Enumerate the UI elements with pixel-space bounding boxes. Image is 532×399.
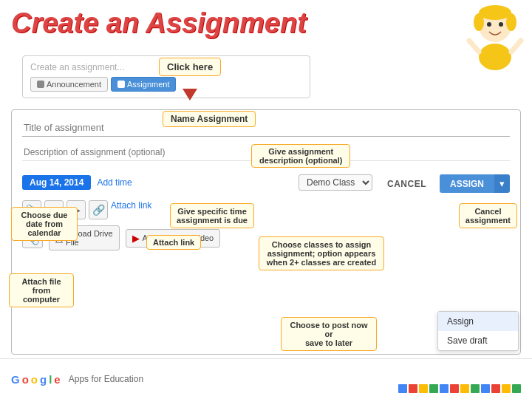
svg-line-8: [511, 41, 521, 52]
assign-button-group: ASSIGN ▾: [440, 174, 510, 193]
callout-due-date: Choose due date from calendar: [11, 207, 78, 241]
assign-dropdown-arrow[interactable]: ▾: [494, 174, 510, 193]
callout-description: Give assignment description (optional): [251, 144, 350, 168]
callout-name-assignment: Name Assignment: [163, 111, 256, 127]
announcement-icon: [37, 81, 44, 88]
assign-dropdown-item-save-draft[interactable]: Save draft: [438, 331, 518, 350]
svg-point-4: [506, 13, 516, 31]
svg-point-5: [487, 22, 491, 27]
svg-point-0: [479, 44, 511, 70]
assign-dropdown-item-assign[interactable]: Assign: [438, 312, 518, 331]
assign-dropdown: Assign Save draft: [437, 311, 519, 351]
tab-assignment[interactable]: Assignment: [111, 77, 176, 92]
attachment-icons-row: 📎 △ ▶ 🔗 Attach link: [22, 200, 510, 219]
footer: Google Apps for Education: [0, 358, 532, 399]
callout-attach-file: Attach file from computer: [9, 273, 74, 307]
youtube-icon: ▶: [132, 233, 140, 244]
page-title: Create an Assignment: [11, 7, 307, 39]
apps-for-education-label: Apps for Education: [69, 374, 143, 384]
class-select[interactable]: Demo Class: [299, 174, 372, 191]
title-input[interactable]: [22, 119, 510, 137]
callout-cancel-assignment: Cancel assignment: [459, 203, 517, 228]
color-squares: [398, 384, 521, 393]
callout-choose-post: Choose to post now or save to later: [281, 317, 377, 351]
attach-link-button[interactable]: 🔗: [89, 200, 108, 219]
cancel-button[interactable]: CANCEL: [378, 175, 435, 193]
assign-button[interactable]: ASSIGN: [440, 174, 494, 193]
svg-line-7: [469, 41, 479, 52]
assignment-icon: [117, 81, 125, 88]
callout-specific-time: Give specific time assignment is due: [170, 203, 254, 228]
svg-point-2: [479, 5, 511, 20]
callout-attach-link: Attach link: [146, 235, 201, 250]
svg-point-6: [499, 22, 503, 27]
character-illustration: [466, 4, 525, 70]
tab-announcement[interactable]: Announcement: [30, 77, 108, 92]
arrow-down: [183, 89, 197, 100]
google-logo: Google: [11, 373, 61, 386]
attach-link-label[interactable]: Attach link: [111, 200, 151, 219]
svg-point-3: [474, 13, 484, 31]
callout-choose-classes: Choose classes to assign assignment; opt…: [259, 236, 384, 270]
date-badge[interactable]: Aug 14, 2014: [22, 175, 91, 190]
callout-click-here: Click here: [159, 58, 221, 76]
add-time-link[interactable]: Add time: [97, 177, 132, 188]
date-row: Aug 14, 2014 Add time Demo Class CANCEL …: [22, 171, 510, 193]
